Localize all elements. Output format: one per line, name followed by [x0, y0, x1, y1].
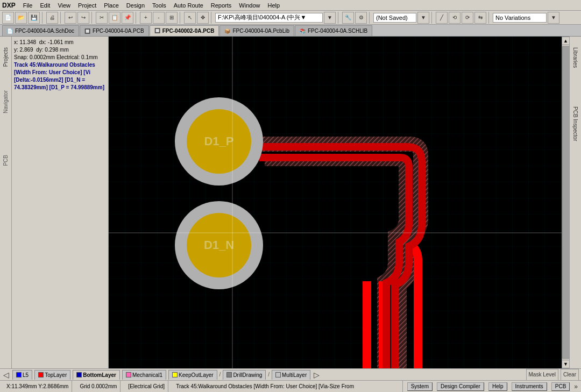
tb-sep1: [42, 12, 44, 24]
menu-window[interactable]: Window: [236, 2, 263, 9]
layer-tab-keepout[interactable]: KeepOutLayer: [168, 370, 217, 380]
menu-help[interactable]: Help: [264, 2, 283, 9]
svg-rect-1: [109, 37, 569, 368]
tb-sep4: [136, 12, 138, 24]
layer-tab-mechanical1[interactable]: Mechanical1: [122, 370, 166, 380]
tb-select-btn[interactable]: ↖: [184, 12, 196, 24]
menu-reports[interactable]: Reports: [208, 2, 235, 9]
tb-zoom-in-btn[interactable]: +: [140, 12, 152, 24]
layer-sep2: /: [268, 372, 270, 377]
svg-text:D1_P: D1_P: [204, 134, 233, 148]
right-sidebar: Libraries PCB Inspector: [569, 37, 581, 368]
tb-route3-btn[interactable]: ⟳: [462, 12, 473, 24]
tb-misc1-btn[interactable]: 🔧: [342, 12, 354, 24]
pad-d1n[interactable]: D1_N: [175, 201, 263, 289]
tb-sep2: [60, 12, 62, 24]
tb-new-btn[interactable]: 📄: [2, 12, 14, 24]
tb-sep7: [338, 12, 340, 24]
menu-view[interactable]: View: [54, 2, 74, 9]
layer-color-multi: [275, 372, 281, 377]
scroll-up-btn[interactable]: ▲: [562, 37, 570, 45]
pcb-svg: D1_P D1_N: [109, 37, 569, 368]
scroll-thumb[interactable]: [562, 46, 570, 359]
tb-open-btn[interactable]: 📂: [15, 12, 27, 24]
tb-sep5: [180, 12, 182, 24]
menu-place[interactable]: Place: [101, 2, 122, 9]
layer-tab-toplayer[interactable]: TopLayer: [34, 370, 70, 380]
pad-d1p[interactable]: D1_P: [175, 97, 263, 186]
layers-bar: ◁ L5 TopLayer BottomLayer Mechanical1 Ke…: [0, 368, 581, 380]
tab-pcb2[interactable]: 🔲 FPC-040002-0A.PCB: [150, 25, 219, 36]
layer-tab-drilldrawing[interactable]: DrillDrawing: [223, 370, 266, 380]
menu-file[interactable]: File: [20, 2, 36, 9]
vertical-scrollbar: ▲ ▼: [562, 37, 569, 368]
status-track: Track 45:Walkaround Obstacles [Width Fro…: [173, 381, 403, 392]
status-electrical: [Electrical Grid]: [125, 381, 168, 392]
tb-copy-btn[interactable]: 📋: [109, 12, 121, 24]
tab-schDoc[interactable]: 📄 FPC-040004-0A.SchDoc: [2, 25, 79, 36]
svg-text:D1_N: D1_N: [204, 238, 234, 252]
tab-icon-1: 🔲: [84, 28, 90, 34]
tb-zoom-fit-btn[interactable]: ⊞: [166, 12, 178, 24]
menu-project[interactable]: Project: [75, 2, 100, 9]
tb-move-btn[interactable]: ✥: [197, 12, 209, 24]
menu-bar: DXP File Edit View Project Place Design …: [0, 0, 581, 11]
mask-layer-toggle[interactable]: Mask Level: [526, 369, 559, 381]
tb-route2-btn[interactable]: ⟲: [449, 12, 460, 24]
layer-tab-l5[interactable]: L5: [12, 370, 32, 380]
tb-zoom-out-btn[interactable]: -: [153, 12, 165, 24]
tb-misc2-btn[interactable]: ⚙: [355, 12, 367, 24]
clear-btn[interactable]: Clear: [561, 369, 579, 381]
variations-dropdown-btn[interactable]: ▼: [548, 12, 559, 24]
layer-tab-bottomlayer[interactable]: BottomLayer: [73, 370, 120, 380]
status-design-compiler-btn[interactable]: Design Compiler: [437, 382, 484, 391]
tb-sep6: [211, 12, 213, 24]
save-status-input[interactable]: [373, 13, 416, 23]
left-sidebar: Projects Navigator PCB: [0, 37, 12, 368]
menu-tools[interactable]: Tools: [149, 2, 169, 9]
layer-color-l5: [16, 372, 22, 377]
status-help-btn[interactable]: Help: [488, 382, 507, 391]
layer-tab-multilayer[interactable]: MultiLayer: [272, 370, 310, 380]
tab-icon-0: 📄: [7, 28, 13, 34]
tab-pcb1[interactable]: 🔲 FPC-040004-0A.PCB: [80, 25, 149, 36]
layers-scroll-left[interactable]: ◁: [2, 370, 10, 379]
sidebar-navigator-label: Projects: [3, 47, 9, 67]
status-bar: X:11.349mm Y:2.8686mm Grid 0.0002mm [Ele…: [0, 380, 581, 392]
layer-sep1: /: [219, 372, 221, 377]
file-path-input[interactable]: [215, 13, 323, 23]
info-panel: x: 11.348 dx: -1.061 mm y: 2.869 dy: 0.2…: [12, 37, 109, 368]
status-coords: X:11.349mm Y:2.8686mm: [3, 381, 72, 392]
app-logo: DXP: [2, 2, 16, 9]
status-instruments-btn[interactable]: Instruments: [512, 382, 547, 391]
info-x-line: x: 11.348 dx: -1.061 mm: [14, 39, 106, 46]
tb-print-btn[interactable]: 🖨: [46, 12, 58, 24]
tb-paste-btn[interactable]: 📌: [122, 12, 133, 24]
save-dropdown-btn[interactable]: ▼: [417, 12, 429, 24]
sidebar-pcb2-label: PCB: [3, 155, 9, 166]
tb-cut-btn[interactable]: ✂: [96, 12, 108, 24]
variations-input[interactable]: [493, 13, 547, 23]
scroll-down-btn[interactable]: ▼: [562, 360, 570, 368]
tb-redo-btn[interactable]: ↪: [77, 12, 89, 24]
pcb-inspector-label: PCB Inspector: [572, 106, 578, 141]
layer-color-top: [38, 372, 44, 377]
pcb-canvas[interactable]: D1_P D1_N ▲ ▼: [109, 37, 569, 368]
layers-scroll-right[interactable]: ▷: [313, 370, 321, 379]
layer-color-mech1: [126, 372, 131, 377]
tb-route1-btn[interactable]: ╱: [436, 12, 448, 24]
menu-autoroute[interactable]: Auto Route: [171, 2, 207, 9]
menu-design[interactable]: Design: [123, 2, 148, 9]
file-path-dropdown-btn[interactable]: ▼: [324, 12, 336, 24]
status-arrow: »: [574, 383, 578, 390]
tb-save-btn[interactable]: 💾: [28, 12, 40, 24]
tb-route4-btn[interactable]: ⇆: [474, 12, 486, 24]
tab-pcblib[interactable]: 📦 FPC-040004-0A.PcbLib: [219, 25, 294, 36]
tb-undo-btn[interactable]: ↩: [65, 12, 76, 24]
menu-edit[interactable]: Edit: [37, 2, 53, 9]
tb-sep9: [431, 12, 434, 24]
status-pcb-btn[interactable]: PCB: [551, 382, 570, 391]
tab-schlib[interactable]: 📚 FPC-040004-0A.SCHLIB: [295, 25, 372, 36]
layer-color-keepout: [172, 372, 178, 377]
status-system-btn[interactable]: System: [407, 382, 433, 391]
